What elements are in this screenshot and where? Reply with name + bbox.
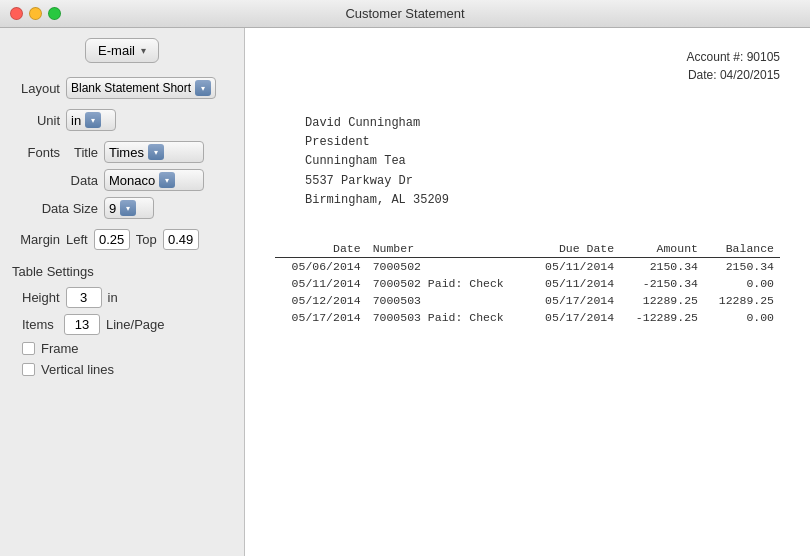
unit-select[interactable]: in ▾ xyxy=(66,109,116,131)
cell-due-date: 05/17/2014 xyxy=(529,292,621,309)
cell-due-date: 05/11/2014 xyxy=(529,275,621,292)
margin-top-input[interactable] xyxy=(163,229,199,250)
cell-date: 05/06/2014 xyxy=(275,257,367,275)
table-row: 05/11/20147000502 Paid: Check05/11/2014-… xyxy=(275,275,780,292)
address-name: David Cunningham xyxy=(305,114,780,133)
margin-label: Margin xyxy=(12,232,60,247)
email-button[interactable]: E-mail ▾ xyxy=(85,38,159,63)
font-data-value: Monaco xyxy=(109,173,155,188)
font-data-dropdown-icon: ▾ xyxy=(159,172,175,188)
fonts-label: Fonts xyxy=(12,145,60,160)
margin-top-label: Top xyxy=(136,232,157,247)
address-block: David Cunningham President Cunningham Te… xyxy=(305,114,780,210)
col-amount: Amount xyxy=(620,240,704,258)
items-label: Items xyxy=(22,317,58,332)
items-input[interactable] xyxy=(64,314,100,335)
margin-left-label: Left xyxy=(66,232,88,247)
unit-value: in xyxy=(71,113,81,128)
table-settings-section: Table Settings Height in Items Line/Page xyxy=(12,264,232,377)
unit-row: Unit in ▾ xyxy=(12,109,232,131)
layout-label: Layout xyxy=(12,81,60,96)
cell-number: 7000503 xyxy=(367,292,529,309)
left-panel: E-mail ▾ Layout Blank Statement Short ▾ … xyxy=(0,28,245,556)
frame-checkbox[interactable] xyxy=(22,342,35,355)
margin-left-input[interactable] xyxy=(94,229,130,250)
vertical-lines-checkbox[interactable] xyxy=(22,363,35,376)
col-number: Number xyxy=(367,240,529,258)
font-data-select[interactable]: Monaco ▾ xyxy=(104,169,204,191)
account-number: Account #: 90105 xyxy=(275,48,780,66)
font-data-sublabel: Data xyxy=(66,173,98,188)
close-button[interactable] xyxy=(10,7,23,20)
email-label: E-mail xyxy=(98,43,135,58)
cell-balance: 12289.25 xyxy=(704,292,780,309)
height-label: Height xyxy=(22,290,60,305)
cell-number: 7000503 Paid: Check xyxy=(367,309,529,326)
fonts-section: Fonts Title Times ▾ Data Monaco ▾ Data S xyxy=(12,141,232,219)
col-balance: Balance xyxy=(704,240,780,258)
font-title-dropdown-icon: ▾ xyxy=(148,144,164,160)
cell-number: 7000502 Paid: Check xyxy=(367,275,529,292)
margin-section: Margin Left Top xyxy=(12,229,232,250)
table-row: 05/06/2014700050205/11/20142150.342150.3… xyxy=(275,257,780,275)
col-due-date: Due Date xyxy=(529,240,621,258)
height-input[interactable] xyxy=(66,287,102,308)
main-container: E-mail ▾ Layout Blank Statement Short ▾ … xyxy=(0,28,810,556)
font-size-row: Data Size 9 ▾ xyxy=(12,197,232,219)
vertical-lines-label: Vertical lines xyxy=(41,362,114,377)
table-settings-title: Table Settings xyxy=(12,264,232,279)
font-title-sublabel: Title xyxy=(66,145,98,160)
unit-dropdown-icon: ▾ xyxy=(85,112,101,128)
cell-date: 05/11/2014 xyxy=(275,275,367,292)
layout-select[interactable]: Blank Statement Short ▾ xyxy=(66,77,216,99)
email-btn-container: E-mail ▾ xyxy=(12,38,232,63)
window-title: Customer Statement xyxy=(345,6,464,21)
layout-row: Layout Blank Statement Short ▾ xyxy=(12,77,232,99)
address-title: President xyxy=(305,133,780,152)
font-title-row: Fonts Title Times ▾ xyxy=(12,141,232,163)
minimize-button[interactable] xyxy=(29,7,42,20)
cell-due-date: 05/11/2014 xyxy=(529,257,621,275)
table-row: 05/12/2014700050305/17/201412289.2512289… xyxy=(275,292,780,309)
cell-number: 7000502 xyxy=(367,257,529,275)
frame-label: Frame xyxy=(41,341,79,356)
font-size-dropdown-icon: ▾ xyxy=(120,200,136,216)
margin-inputs: Left Top xyxy=(66,229,199,250)
font-size-select[interactable]: 9 ▾ xyxy=(104,197,154,219)
statement-table: Date Number Due Date Amount Balance 05/0… xyxy=(275,240,780,326)
account-info: Account #: 90105 Date: 04/20/2015 xyxy=(275,48,780,84)
traffic-lights xyxy=(10,7,61,20)
font-size-sublabel: Data Size xyxy=(28,201,98,216)
vertical-lines-checkbox-row: Vertical lines xyxy=(22,362,232,377)
address-city: Birmingham, AL 35209 xyxy=(305,191,780,210)
cell-date: 05/12/2014 xyxy=(275,292,367,309)
maximize-button[interactable] xyxy=(48,7,61,20)
font-size-value: 9 xyxy=(109,201,116,216)
height-row: Height in xyxy=(22,287,232,308)
layout-value: Blank Statement Short xyxy=(71,81,191,95)
height-unit: in xyxy=(108,290,118,305)
statement-date: Date: 04/20/2015 xyxy=(275,66,780,84)
table-settings-content: Height in Items Line/Page Frame xyxy=(12,287,232,377)
right-panel: Account #: 90105 Date: 04/20/2015 David … xyxy=(245,28,810,556)
cell-amount: 2150.34 xyxy=(620,257,704,275)
cell-balance: 0.00 xyxy=(704,309,780,326)
cell-balance: 2150.34 xyxy=(704,257,780,275)
table-header-row: Date Number Due Date Amount Balance xyxy=(275,240,780,258)
titlebar: Customer Statement xyxy=(0,0,810,28)
font-title-select[interactable]: Times ▾ xyxy=(104,141,204,163)
email-dropdown-arrow: ▾ xyxy=(141,45,146,56)
unit-label: Unit xyxy=(12,113,60,128)
address-company: Cunningham Tea xyxy=(305,152,780,171)
font-title-value: Times xyxy=(109,145,144,160)
cell-amount: -2150.34 xyxy=(620,275,704,292)
font-data-row: Data Monaco ▾ xyxy=(12,169,232,191)
items-row: Items Line/Page xyxy=(22,314,232,335)
cell-amount: -12289.25 xyxy=(620,309,704,326)
col-date: Date xyxy=(275,240,367,258)
address-street: 5537 Parkway Dr xyxy=(305,172,780,191)
table-row: 05/17/20147000503 Paid: Check05/17/2014-… xyxy=(275,309,780,326)
cell-due-date: 05/17/2014 xyxy=(529,309,621,326)
frame-checkbox-row: Frame xyxy=(22,341,232,356)
layout-dropdown-icon: ▾ xyxy=(195,80,211,96)
